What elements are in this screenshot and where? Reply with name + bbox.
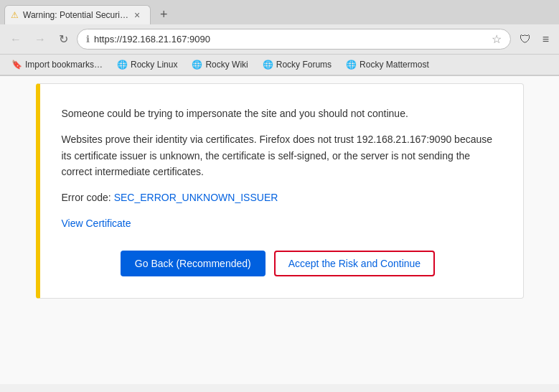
error-code-line: Error code: SEC_ERROR_UNKNOWN_ISSUER <box>62 192 494 203</box>
active-tab[interactable]: ⚠ Warning: Potential Securi… × <box>4 5 151 24</box>
bookmark-import[interactable]: 🔖 Import bookmarks… <box>6 57 108 72</box>
page-content: Someone could be trying to impersonate t… <box>0 76 559 384</box>
address-text: https://192.168.21.167:9090 <box>94 34 487 45</box>
bookmark-rocky-mattermost-icon: 🌐 <box>346 60 357 70</box>
bookmark-rocky-linux-icon: 🌐 <box>117 60 128 70</box>
button-row: Go Back (Recommended) Accept the Risk an… <box>62 251 494 276</box>
tab-title: Warning: Potential Securi… <box>23 10 128 20</box>
shield-button[interactable]: 🛡 <box>515 30 535 49</box>
bookmark-rocky-linux-label: Rocky Linux <box>131 60 177 70</box>
accept-risk-button[interactable]: Accept the Risk and Continue <box>274 251 435 276</box>
bookmark-rocky-forums-icon: 🌐 <box>263 60 273 70</box>
tab-bar: ⚠ Warning: Potential Securi… × + <box>0 0 559 24</box>
warning-text-block: Someone could be trying to impersonate t… <box>62 106 494 180</box>
address-info-icon: ℹ <box>86 34 90 45</box>
bookmark-rocky-forums-label: Rocky Forums <box>276 60 332 70</box>
bookmark-rocky-mattermost-label: Rocky Mattermost <box>360 60 429 70</box>
bookmark-star-icon[interactable]: ☆ <box>492 32 502 46</box>
bookmark-rocky-wiki-label: Rocky Wiki <box>205 60 248 70</box>
bookmark-rocky-mattermost[interactable]: 🌐 Rocky Mattermost <box>340 57 435 72</box>
bookmark-rocky-wiki-icon: 🌐 <box>192 60 202 70</box>
view-certificate-link[interactable]: View Certificate <box>62 218 494 229</box>
nav-extra-buttons: 🛡 ≡ <box>515 30 553 49</box>
bookmark-import-icon: 🔖 <box>11 60 22 70</box>
warning-card: Someone could be trying to impersonate t… <box>36 83 524 299</box>
back-button[interactable]: ← <box>6 31 26 48</box>
bookmark-rocky-wiki[interactable]: 🌐 Rocky Wiki <box>186 57 253 72</box>
reload-button[interactable]: ↻ <box>55 31 72 48</box>
warning-paragraph-1: Someone could be trying to impersonate t… <box>62 106 494 121</box>
nav-bar: ← → ↻ ℹ https://192.168.21.167:9090 ☆ 🛡 … <box>0 24 559 55</box>
error-code-link[interactable]: SEC_ERROR_UNKNOWN_ISSUER <box>114 192 278 203</box>
bookmark-import-label: Import bookmarks… <box>25 60 103 70</box>
tab-close-button[interactable]: × <box>133 9 141 21</box>
bookmark-rocky-linux[interactable]: 🌐 Rocky Linux <box>111 57 183 72</box>
address-bar[interactable]: ℹ https://192.168.21.167:9090 ☆ <box>77 29 511 50</box>
tab-favicon-icon: ⚠ <box>11 10 19 20</box>
warning-paragraph-2: Websites prove their identity via certif… <box>62 131 494 179</box>
menu-button[interactable]: ≡ <box>538 30 553 49</box>
forward-button[interactable]: → <box>30 31 50 48</box>
bookmark-rocky-forums[interactable]: 🌐 Rocky Forums <box>257 57 337 72</box>
go-back-button[interactable]: Go Back (Recommended) <box>121 251 266 276</box>
bookmarks-bar: 🔖 Import bookmarks… 🌐 Rocky Linux 🌐 Rock… <box>0 55 559 75</box>
browser-chrome: ⚠ Warning: Potential Securi… × + ← → ↻ ℹ… <box>0 0 559 76</box>
new-tab-button[interactable]: + <box>154 4 174 24</box>
error-code-label: Error code: <box>62 192 111 203</box>
